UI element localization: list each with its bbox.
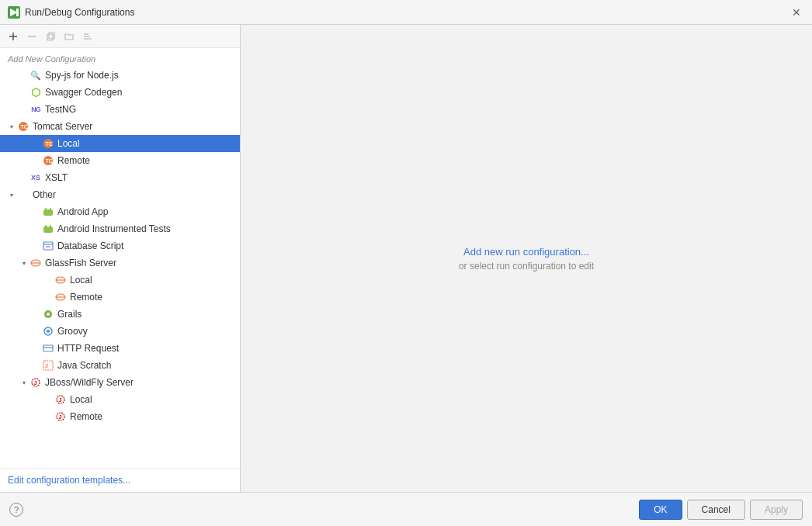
icon-tomcat-local: TC [42,137,54,150]
label-tomcat: Tomcat Server [33,121,92,132]
svg-rect-19 [43,227,53,233]
svg-rect-16 [43,209,53,216]
tree-item-tomcat-remote[interactable]: TCRemote [0,152,240,169]
main-content: Add New Configuration 🔍Spy-js for Node.j… [0,25,812,492]
icon-tomcat: TC [17,120,29,133]
help-button[interactable]: ? [9,503,23,517]
svg-text:TC: TC [21,124,28,130]
tree-item-android-instrumented[interactable]: Android Instrumented Tests [0,220,240,237]
label-java-scratch: Java Scratch [57,360,111,371]
tree-item-database-script[interactable]: Database Script [0,237,240,254]
label-jboss-local: Local [70,394,92,405]
remove-config-button[interactable] [23,28,40,45]
tree-item-jboss-remote[interactable]: JRemote [0,408,240,425]
tree-item-other[interactable]: ▾Other [0,186,240,203]
spacer-spy-js [19,70,29,81]
svg-rect-1 [16,9,19,16]
icon-glassfish [29,257,42,269]
tree-header: Add New Configuration [0,48,240,67]
icon-grails [42,308,54,320]
icon-tomcat-remote: TC [42,154,54,167]
tree-item-jboss[interactable]: ▾JJBoss/WildFly Server [0,374,240,391]
ok-button[interactable]: OK [639,500,682,520]
icon-xslt: XS [29,171,42,184]
label-android-app: Android App [57,206,108,217]
label-other: Other [33,189,56,200]
spacer-grails [31,309,42,320]
spacer-tomcat-local [31,138,42,149]
icon-database-script [42,240,54,252]
spacer-android-instrumented [31,223,42,234]
left-panel: Add New Configuration 🔍Spy-js for Node.j… [0,25,241,492]
icon-jboss-local: J [54,393,67,406]
label-android-instrumented: Android Instrumented Tests [57,223,171,234]
spacer-java-scratch [31,360,42,371]
svg-point-32 [47,313,50,316]
right-panel: Add new run configuration... or select r… [241,25,812,492]
tree-item-glassfish-local[interactable]: Local [0,272,240,289]
spacer-testng [19,104,29,115]
spacer-tomcat-remote [31,155,42,166]
left-footer: Edit configuration templates... [0,468,240,492]
tree-container[interactable]: 🔍Spy-js for Node.js⬡Swagger CodegenNGTes… [0,67,240,468]
icon-android-app [42,206,54,218]
tree-item-tomcat[interactable]: ▾TCTomcat Server [0,118,240,135]
label-groovy: Groovy [57,326,88,337]
tree-item-grails[interactable]: Grails [0,306,240,323]
svg-text:J: J [59,414,62,420]
spacer-jboss-local [43,394,54,405]
tree-item-groovy[interactable]: Groovy [0,323,240,340]
tree-item-xslt[interactable]: XSXSLT [0,169,240,186]
tree-item-jboss-local[interactable]: JLocal [0,391,240,408]
label-jboss-remote: Remote [70,411,102,422]
svg-text:TC: TC [46,141,53,147]
svg-rect-20 [45,225,47,227]
icon-spy-js: 🔍 [29,69,42,81]
icon-testng: NG [29,103,42,116]
spacer-xslt [19,172,29,183]
tree-item-swagger[interactable]: ⬡Swagger Codegen [0,84,240,101]
folder-button[interactable] [61,28,78,45]
svg-point-34 [47,330,50,333]
apply-button[interactable]: Apply [750,500,803,520]
icon-other [17,189,29,201]
label-http-request: HTTP Request [57,343,119,354]
close-button[interactable]: ✕ [789,5,804,20]
svg-rect-5 [47,34,53,40]
bottom-bar: ? OK Cancel Apply [0,492,812,526]
tree-item-glassfish[interactable]: ▾GlassFish Server [0,254,240,272]
add-config-button[interactable] [5,28,22,45]
icon-jboss: J [29,376,42,389]
label-spy-js: Spy-js for Node.js [45,70,119,81]
svg-rect-21 [50,225,51,227]
icon-android-instrumented [42,223,54,235]
label-tomcat-remote: Remote [57,155,90,166]
label-glassfish-local: Local [70,275,92,285]
tree-item-http-request[interactable]: HTTP Request [0,340,240,357]
icon-glassfish-remote [54,291,67,303]
icon-groovy [42,325,54,337]
tree-item-testng[interactable]: NGTestNG [0,101,240,118]
svg-rect-17 [45,208,47,210]
copy-config-button[interactable] [42,28,59,45]
cancel-button[interactable]: Cancel [687,500,745,520]
edit-templates-link[interactable]: Edit configuration templates... [8,475,130,486]
sort-button[interactable] [79,28,96,45]
spacer-android-app [31,206,42,217]
tree-item-java-scratch[interactable]: JJava Scratch [0,357,240,374]
tree-item-glassfish-remote[interactable]: Remote [0,289,240,306]
add-run-config-link[interactable]: Add new run configuration... [459,246,594,258]
label-glassfish: GlassFish Server [45,258,116,268]
right-panel-hint: or select run configuration to edit [459,261,594,272]
title-bar: Run/Debug Configurations ✕ [0,0,812,25]
tree-item-android-app[interactable]: Android App [0,203,240,220]
icon-glassfish-local [54,274,67,286]
spacer-swagger [19,87,29,98]
label-tomcat-local: Local [57,138,80,149]
svg-rect-6 [49,33,54,39]
spacer-groovy [31,326,42,337]
tree-item-spy-js[interactable]: 🔍Spy-js for Node.js [0,67,240,84]
bottom-buttons: OK Cancel Apply [639,500,803,520]
right-panel-message: Add new run configuration... or select r… [459,246,594,272]
tree-item-tomcat-local[interactable]: TCLocal [0,135,240,152]
